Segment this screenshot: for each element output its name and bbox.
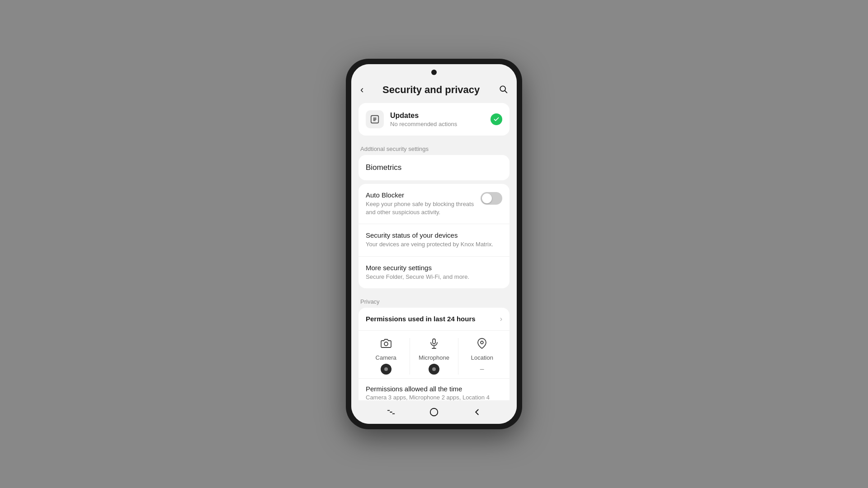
security-status-subtitle: Your devices are veing protected by Knox…	[366, 240, 493, 249]
more-security-subtitle: Secure Folder, Secure Wi-Fi, and more.	[366, 273, 469, 281]
additional-security-label: Addtional security settings	[351, 139, 517, 155]
microphone-icon	[429, 338, 439, 352]
svg-point-11	[430, 408, 438, 416]
back-button[interactable]: ‹	[360, 84, 363, 96]
auto-blocker-toggle[interactable]	[481, 192, 502, 205]
privacy-label: Privacy	[351, 292, 517, 308]
updates-icon	[366, 110, 384, 128]
phone-screen: ‹ Security and privacy	[351, 64, 517, 424]
updates-status-icon	[491, 113, 502, 125]
updates-title: Updates	[390, 112, 457, 120]
permissions-all-sub: Camera 3 apps, Microphone 2 apps, Locati…	[366, 394, 502, 400]
header-icons	[499, 84, 508, 96]
privacy-section: Permissions used in last 24 hours › Ca	[359, 308, 509, 400]
chevron-right-icon: ›	[500, 315, 502, 323]
auto-blocker-subtitle: Keep your phone safe by blocking threats…	[366, 200, 475, 216]
perm-camera[interactable]: Camera	[362, 338, 410, 375]
permissions-24h-title: Permissions used in last 24 hours	[366, 315, 476, 323]
updates-card[interactable]: Updates No recommended actions	[359, 103, 509, 136]
biometrics-title: Biometrics	[366, 163, 401, 172]
location-dash: –	[480, 364, 484, 375]
location-icon	[476, 338, 487, 352]
scroll-content[interactable]: Updates No recommended actions Addtional…	[351, 103, 517, 400]
page-title: Security and privacy	[382, 84, 480, 96]
svg-point-7	[481, 341, 483, 344]
nav-home-button[interactable]	[429, 407, 439, 417]
microphone-dot-indicator	[429, 364, 439, 375]
perm-microphone[interactable]: Microphone	[410, 338, 458, 375]
camera-dot	[431, 70, 437, 75]
camera-dot-indicator	[381, 364, 392, 375]
updates-subtitle: No recommended actions	[390, 121, 457, 127]
settings-group: Auto Blocker Keep your phone safe by blo…	[359, 184, 509, 288]
page-header: ‹ Security and privacy	[351, 80, 517, 103]
search-button[interactable]	[499, 84, 508, 96]
nav-back-button[interactable]	[472, 407, 482, 417]
updates-text: Updates No recommended actions	[390, 112, 457, 127]
permissions-all-title: Permissions allowed all the time	[366, 385, 502, 393]
more-security-item[interactable]: More security settings Secure Folder, Se…	[359, 257, 509, 288]
toggle-knob	[482, 193, 492, 203]
security-status-item[interactable]: Security status of your devices Your dev…	[359, 224, 509, 256]
biometrics-card[interactable]: Biometrics	[359, 155, 509, 180]
navigation-bar	[351, 400, 517, 424]
security-status-title: Security status of your devices	[366, 231, 493, 239]
permissions-24h[interactable]: Permissions used in last 24 hours ›	[359, 308, 509, 331]
perm-location[interactable]: Location –	[458, 338, 506, 375]
camera-icon	[381, 338, 392, 352]
permissions-icons-row: Camera	[359, 331, 509, 379]
status-bar	[351, 64, 517, 80]
more-security-title: More security settings	[366, 264, 469, 272]
camera-label: Camera	[376, 354, 396, 361]
phone-frame: ‹ Security and privacy	[346, 59, 522, 429]
nav-menu-button[interactable]	[386, 407, 396, 417]
microphone-label: Microphone	[419, 354, 449, 361]
auto-blocker-title: Auto Blocker	[366, 191, 475, 199]
auto-blocker-item[interactable]: Auto Blocker Keep your phone safe by blo…	[359, 184, 509, 224]
svg-line-1	[505, 90, 507, 93]
updates-left: Updates No recommended actions	[366, 110, 457, 128]
svg-rect-4	[433, 339, 435, 344]
permissions-all-time[interactable]: Permissions allowed all the time Camera …	[359, 379, 509, 400]
location-label: Location	[471, 354, 493, 361]
svg-point-3	[384, 342, 388, 346]
